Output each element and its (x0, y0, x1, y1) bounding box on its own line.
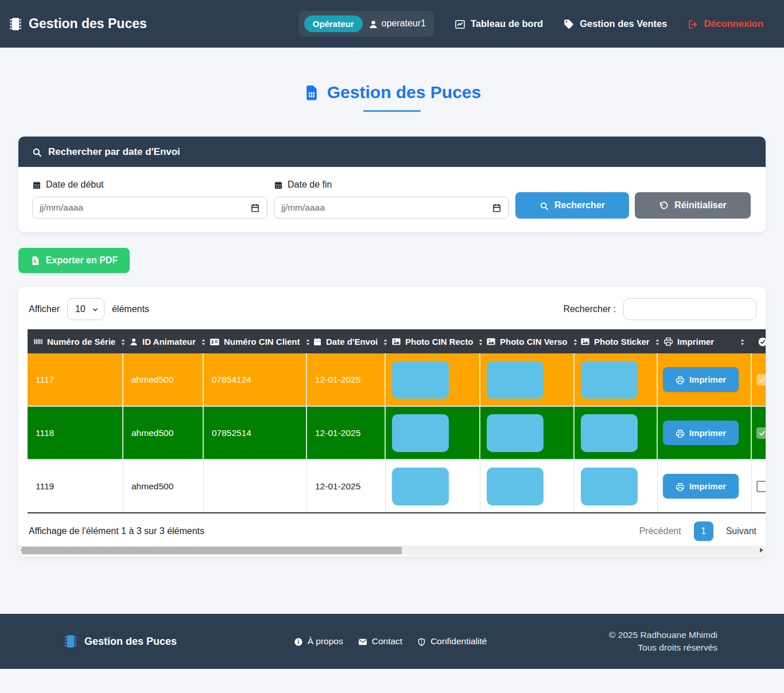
chips-table: Numéro de Série ID Animateur Numéro CIN … (28, 329, 766, 513)
search-button[interactable]: Rechercher (515, 192, 629, 219)
user-icon (368, 18, 378, 29)
sim-card-icon (303, 82, 320, 102)
sold-checkbox[interactable] (756, 374, 766, 386)
cell-serial: 1117 (28, 353, 123, 406)
cell-cin: 07852514 (204, 407, 307, 459)
user-chip: Opérateur operateur1 (299, 11, 434, 37)
id-card-icon (209, 336, 220, 347)
chevron-down-icon (92, 304, 99, 314)
search-icon (32, 146, 42, 158)
sort-icon (739, 336, 746, 346)
column-header-serial[interactable]: Numéro de Série (28, 329, 123, 353)
date-start-input[interactable]: jj/mm/aaaa (32, 197, 267, 219)
pagination-next[interactable]: Suivant (726, 526, 756, 536)
photo-sticker-thumbnail[interactable] (581, 361, 638, 399)
image-icon (391, 336, 401, 347)
user-icon (129, 336, 138, 346)
column-header-date[interactable]: Date d'Envoi (307, 329, 386, 353)
export-pdf-button[interactable]: Exporter en PDF (18, 248, 130, 273)
cell-animator: ahmed500 (123, 353, 204, 406)
pagination: Précédent 1 Suivant (639, 521, 756, 541)
print-button[interactable]: Imprimer (663, 421, 739, 445)
show-label: Afficher (29, 304, 60, 314)
envelope-icon (358, 636, 367, 647)
info-circle-icon (294, 636, 303, 647)
chips-table-card: Afficher 10 éléments Rechercher : Numéro… (18, 287, 766, 556)
cell-date: 12-01-2025 (307, 407, 386, 459)
printer-icon (676, 481, 685, 492)
photo-cin-recto-thumbnail[interactable] (392, 414, 449, 452)
sign-out-icon (688, 18, 698, 29)
column-header-cin[interactable]: Numéro CIN Client (204, 329, 307, 353)
image-icon (486, 336, 496, 347)
cell-serial: 1119 (28, 460, 123, 512)
column-header-photo-verso[interactable]: Photo CIN Verso (480, 329, 575, 353)
photo-cin-verso-thumbnail[interactable] (487, 361, 544, 399)
file-pdf-icon (30, 255, 40, 266)
column-header-animator[interactable]: ID Animateur (123, 329, 204, 353)
column-header-photo-sticker[interactable]: Photo Sticker (575, 329, 658, 353)
search-icon (540, 200, 549, 211)
navbar-brand-label: Gestion des Puces (29, 16, 147, 32)
print-button[interactable]: Imprimer (663, 474, 739, 499)
date-start-label: Date de début (32, 180, 267, 190)
check-circle-icon (758, 336, 766, 347)
navbar-brand[interactable]: Gestion des Puces (8, 15, 147, 33)
barcode-icon (33, 336, 43, 347)
photo-cin-recto-thumbnail[interactable] (392, 361, 449, 399)
nav-link-dashboard[interactable]: Tableau de bord (455, 18, 543, 29)
date-end-field: Date de fin jj/mm/aaaa (274, 180, 509, 219)
nav-link-sales[interactable]: Gestion des Ventes (564, 18, 667, 29)
photo-cin-verso-thumbnail[interactable] (487, 414, 544, 452)
column-header-print[interactable]: Imprimer (658, 329, 752, 353)
date-end-input[interactable]: jj/mm/aaaa (274, 197, 509, 219)
table-row: 1118 ahmed500 07852514 12-01-2025 Imprim… (28, 407, 766, 460)
horizontal-scrollbar[interactable] (18, 546, 766, 555)
photo-cin-recto-thumbnail[interactable] (392, 468, 449, 505)
date-picker-icon[interactable] (250, 203, 260, 213)
cell-cin (204, 460, 307, 512)
sort-icon (572, 336, 579, 346)
footer-link-contact[interactable]: Contact (358, 636, 402, 647)
date-picker-icon[interactable] (492, 203, 502, 213)
calendar-icon (313, 336, 322, 346)
table-row: 1117 ahmed500 07854124 12-01-2025 Imprim… (28, 353, 766, 407)
pagination-page-1[interactable]: 1 (694, 521, 713, 541)
sort-icon (304, 336, 312, 346)
nav-link-logout[interactable]: Déconnexion (688, 18, 763, 29)
cell-cin: 07854124 (204, 353, 307, 406)
footer-copyright: © 2025 Radhouane Mhimdi Tous droits rése… (487, 629, 717, 654)
calendar-icon (32, 180, 41, 190)
title-underline (363, 110, 421, 112)
footer-link-privacy[interactable]: Confidentialité (417, 636, 487, 647)
photo-sticker-thumbnail[interactable] (581, 468, 638, 505)
sold-checkbox[interactable] (756, 481, 766, 492)
column-header-sold[interactable] (752, 329, 766, 353)
cell-date: 12-01-2025 (307, 353, 386, 406)
scroll-right-arrow[interactable] (760, 548, 763, 552)
pagination-previous[interactable]: Précédent (639, 526, 681, 536)
table-info-text: Affichage de l'élément 1 à 3 sur 3 éléme… (29, 526, 204, 536)
photo-sticker-thumbnail[interactable] (581, 414, 638, 452)
sort-icon (654, 336, 661, 346)
chart-line-icon (455, 18, 465, 29)
page-size-select[interactable]: 10 (67, 298, 104, 320)
top-navbar: Gestion des Puces Opérateur operateur1 T… (0, 0, 784, 48)
footer-link-about[interactable]: À propos (294, 636, 343, 647)
page-title: Gestion des Puces (303, 82, 481, 102)
cell-serial: 1118 (28, 407, 123, 459)
sort-icon (119, 336, 127, 346)
column-header-photo-recto[interactable]: Photo CIN Recto (386, 329, 480, 353)
photo-cin-verso-thumbnail[interactable] (487, 468, 544, 505)
printer-icon (663, 336, 673, 347)
print-button[interactable]: Imprimer (663, 367, 739, 392)
date-end-label: Date de fin (274, 180, 509, 190)
table-row: 1119 ahmed500 12-01-2025 Imprimer (28, 460, 766, 513)
reset-button[interactable]: Réinitialiser (635, 192, 751, 219)
sort-icon (200, 336, 207, 346)
scrollbar-thumb[interactable] (22, 547, 402, 554)
sold-checkbox[interactable] (756, 427, 766, 439)
printer-icon (676, 375, 685, 385)
table-filter-input[interactable] (623, 298, 756, 320)
printer-icon (676, 428, 685, 438)
